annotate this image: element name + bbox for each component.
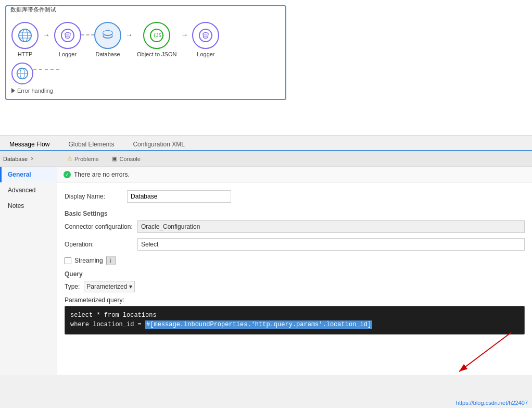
node-label-logger1: Logger xyxy=(59,51,77,57)
connector-config-value[interactable]: Oracle_Configuration xyxy=(137,220,525,233)
node-logger1[interactable]: Logger xyxy=(54,22,81,57)
sidebar-tab-bar: Database × xyxy=(0,151,57,167)
arrow-1: → xyxy=(39,31,54,39)
json-icon: {JS} xyxy=(149,28,164,43)
operation-row: Operation: Select xyxy=(65,238,525,251)
no-errors-text: There are no errors. xyxy=(74,171,130,178)
node-object-to-json[interactable]: {JS} Object to JSON xyxy=(137,22,176,57)
svg-point-5 xyxy=(61,29,74,42)
node-database[interactable]: Database xyxy=(94,22,121,57)
tab-configuration-xml[interactable]: Configuration XML xyxy=(129,139,188,150)
error-handling[interactable]: Error handling xyxy=(11,88,277,94)
streaming-info-icon[interactable]: i xyxy=(106,256,116,265)
connector-config-label: Connector configuration: xyxy=(65,223,137,230)
node-circle-logger1[interactable] xyxy=(54,22,81,49)
console-label: Console xyxy=(119,156,140,162)
node-label-http: HTTP xyxy=(18,51,33,57)
type-label: Type: xyxy=(65,283,80,290)
display-name-input[interactable] xyxy=(127,190,231,203)
node-sub-http[interactable] xyxy=(11,63,33,84)
logger-icon-1 xyxy=(60,28,75,43)
node-http[interactable]: HTTP xyxy=(11,22,39,57)
canvas-area: 数据库带条件测试 HTTP → xyxy=(0,0,532,135)
node-circle-database[interactable] xyxy=(94,22,121,49)
error-handling-label: Error handling xyxy=(17,88,53,94)
sidebar-close-button[interactable]: × xyxy=(31,156,34,162)
no-errors-bar: There are no errors. xyxy=(57,167,532,183)
sidebar-nav-advanced[interactable]: Advanced xyxy=(0,182,57,198)
sidebar-nav: General Advanced Notes xyxy=(0,167,57,214)
tab-global-elements[interactable]: Global Elements xyxy=(64,139,118,150)
display-name-label: Display Name: xyxy=(65,193,127,200)
basic-settings-title: Basic Settings xyxy=(65,210,525,217)
node-circle-http[interactable] xyxy=(11,22,39,49)
display-name-row: Display Name: xyxy=(65,188,525,205)
svg-text:{JS}: {JS} xyxy=(153,33,164,38)
console-icon: ▣ xyxy=(112,155,117,162)
inner-tab-console[interactable]: ▣ Console xyxy=(106,154,146,164)
operation-label: Operation: xyxy=(65,241,137,248)
database-icon xyxy=(100,28,115,43)
node-circle-sub-http[interactable] xyxy=(11,63,33,84)
panel-area: Database × General Advanced Notes ⚠ Prob… xyxy=(0,151,532,375)
footer-url[interactable]: https://blog.csdn.net/h22407 xyxy=(456,400,528,406)
svg-point-12 xyxy=(199,29,212,42)
query-line2-prefix: where location_id = xyxy=(70,321,145,328)
sub-http-icon xyxy=(16,67,29,80)
error-handling-triangle xyxy=(11,88,15,93)
node-label-json: Object to JSON xyxy=(137,51,176,57)
http-icon xyxy=(18,28,32,43)
parameterized-label: Parameterized query: xyxy=(65,296,525,304)
query-section-title: Query xyxy=(65,270,525,278)
arrow-3: → xyxy=(121,31,137,39)
tab-message-flow[interactable]: Message Flow xyxy=(5,139,54,151)
streaming-checkbox[interactable] xyxy=(65,257,71,264)
inner-tab-bar: ⚠ Problems ▣ Console xyxy=(57,151,532,167)
query-section: Query Type: Parameterized ▾ Parameterize… xyxy=(65,270,525,335)
streaming-label: Streaming xyxy=(74,257,103,264)
problems-label: Problems xyxy=(74,156,98,162)
left-sidebar: Database × General Advanced Notes xyxy=(0,151,57,375)
arrow-4: → xyxy=(176,31,192,39)
flow-nodes: HTTP → Logger xyxy=(11,22,277,57)
query-type-row: Type: Parameterized ▾ xyxy=(65,281,525,292)
node-circle-logger2[interactable] xyxy=(192,22,219,49)
streaming-row: Streaming i xyxy=(65,256,525,265)
type-select-chevron: ▾ xyxy=(129,283,132,290)
form-content: Display Name: Basic Settings Connector c… xyxy=(57,183,532,340)
arrow-2 xyxy=(81,34,94,35)
query-editor[interactable]: select * from locations where location_i… xyxy=(65,306,525,335)
sidebar-nav-general[interactable]: General xyxy=(0,167,57,182)
node-logger2[interactable]: Logger xyxy=(192,22,219,57)
query-line2: where location_id = #[message.inboundPro… xyxy=(70,320,519,329)
query-highlight: #[message.inboundProperties.'http.query.… xyxy=(145,320,372,329)
tab-bar: Message Flow Global Elements Configurati… xyxy=(0,135,532,151)
operation-value[interactable]: Select xyxy=(137,238,525,251)
inner-tab-problems[interactable]: ⚠ Problems xyxy=(61,154,104,164)
flow-container: 数据库带条件测试 HTTP → xyxy=(5,5,286,100)
logger-icon-2 xyxy=(198,28,213,43)
type-select[interactable]: Parameterized ▾ xyxy=(84,281,135,292)
sidebar-tab-label: Database xyxy=(3,156,28,162)
node-label-database: Database xyxy=(95,51,120,57)
right-content: ⚠ Problems ▣ Console There are no errors… xyxy=(57,151,532,375)
connector-config-row: Connector configuration: Oracle_Configur… xyxy=(65,220,525,233)
type-select-value: Parameterized xyxy=(86,283,127,290)
no-errors-icon xyxy=(64,171,71,178)
problems-icon: ⚠ xyxy=(67,155,72,162)
query-line1: select * from locations xyxy=(70,311,519,320)
node-label-logger2: Logger xyxy=(197,51,214,57)
sidebar-nav-notes[interactable]: Notes xyxy=(0,198,57,214)
flow-title: 数据库带条件测试 xyxy=(9,6,58,14)
node-circle-json[interactable]: {JS} xyxy=(143,22,170,49)
svg-point-9 xyxy=(103,31,112,35)
